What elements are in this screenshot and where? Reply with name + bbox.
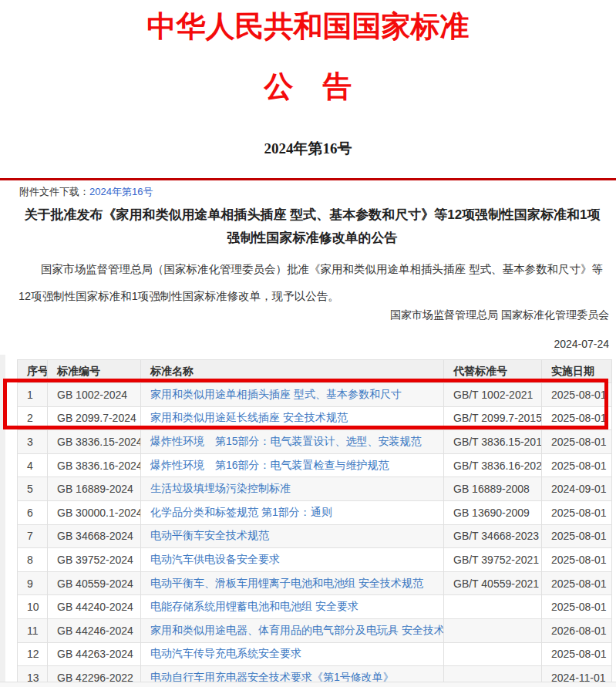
cell-code: GB 16889-2024	[48, 477, 141, 501]
cell-code: GB 1002-2024	[48, 383, 141, 407]
cell-name: 家用和类似用途单相插头插座 型式、基本参数和尺寸	[141, 383, 444, 407]
attachment-row: 附件文件下载：2024年第16号	[19, 185, 153, 198]
cell-date: 2025-08-01	[542, 406, 612, 430]
cell-replaces: GB/T 1002-2021	[444, 383, 542, 407]
standard-name-link[interactable]: 电能存储系统用锂蓄电池和电池组 安全要求	[150, 600, 358, 612]
cell-code: GB 44246-2024	[48, 618, 141, 642]
cell-replaces: GB/T 34668-2023	[444, 524, 542, 548]
standard-name-link[interactable]: 电动平衡车、滑板车用锂离子电池和电池组 安全技术规范	[150, 577, 423, 589]
cell-date: 2025-08-01	[542, 524, 612, 548]
cell-seq: 6	[18, 500, 48, 524]
cell-seq: 5	[18, 477, 48, 501]
cell-date: 2025-08-01	[542, 642, 612, 666]
cell-date: 2025-08-01	[542, 548, 612, 572]
cell-name: 家用和类似用途电器、体育用品的电气部分及电玩具 安全技术规范	[141, 618, 444, 642]
cell-date: 2025-08-01	[542, 453, 612, 477]
attachment-label: 附件文件下载：	[19, 186, 89, 197]
cell-replaces: GB 13690-2009	[444, 500, 542, 524]
cell-code: GB 2099.7-2024	[48, 406, 141, 430]
table-row: 12 GB 44263-2024 电动汽车传导充电系统安全要求 2025-08-…	[18, 642, 612, 666]
table-row: 11 GB 44246-2024 家用和类似用途电器、体育用品的电气部分及电玩具…	[18, 618, 612, 642]
cell-replaces: GB 16889-2008	[444, 477, 542, 501]
page-title: 中华人民共和国国家标准	[0, 6, 616, 46]
signature-line: 国家市场监督管理总局 国家标准化管理委员会	[0, 308, 609, 322]
cell-date: 2026-08-01	[542, 618, 612, 642]
cell-date: 2025-08-01	[542, 571, 612, 595]
cell-code: GB 44263-2024	[48, 642, 141, 666]
cell-seq: 8	[18, 548, 48, 572]
cell-name: 化学品分类和标签规范 第1部分：通则	[141, 500, 444, 524]
standard-name-link[interactable]: 电动平衡车安全技术规范	[150, 529, 269, 541]
cell-name: 电动汽车供电设备安全要求	[141, 548, 444, 572]
table-next-row-partial	[0, 682, 616, 687]
issue-number: 2024年第16号	[0, 139, 616, 159]
table-row: 9 GB 40559-2024 电动平衡车、滑板车用锂离子电池和电池组 安全技术…	[18, 571, 612, 595]
standard-name-link[interactable]: 生活垃圾填埋场污染控制标准	[150, 482, 291, 494]
table-row: 4 GB 3836.16-2024 爆炸性环境 第16部分：电气装置检查与维护规…	[18, 453, 612, 477]
cell-replaces	[444, 618, 542, 642]
cell-seq: 12	[18, 642, 48, 666]
table-row: 3 GB 3836.15-2024 爆炸性环境 第15部分：电气装置设计、选型、…	[18, 430, 612, 454]
cell-name: 电动平衡车、滑板车用锂离子电池和电池组 安全技术规范	[141, 571, 444, 595]
table-row: 5 GB 16889-2024 生活垃圾填埋场污染控制标准 GB 16889-2…	[18, 477, 612, 501]
cell-replaces: GB/T 2099.7-2015	[444, 406, 542, 430]
cell-seq: 9	[18, 571, 48, 595]
cell-code: GB 39752-2024	[48, 548, 141, 572]
cell-code: GB 3836.15-2024	[48, 430, 141, 454]
table-row: 1 GB 1002-2024 家用和类似用途单相插头插座 型式、基本参数和尺寸 …	[18, 383, 612, 407]
attachment-download-link[interactable]: 2024年第16号	[89, 186, 153, 197]
table-row: 10 GB 44240-2024 电能存储系统用锂蓄电池和电池组 安全要求 20…	[18, 595, 612, 619]
notice-paragraph: 国家市场监督管理总局（国家标准化管理委员会）批准《家用和类似用途单相插头插座 型…	[19, 256, 608, 310]
standards-table: 序号 标准编号 标准名称 代替标准号 实施日期 1 GB 1002-2024 家…	[17, 359, 612, 687]
column-header-replaces: 代替标准号	[444, 360, 542, 383]
table-header-row: 序号 标准编号 标准名称 代替标准号 实施日期	[18, 360, 612, 383]
cell-seq: 2	[18, 406, 48, 430]
column-header-code: 标准编号	[48, 360, 141, 383]
cell-replaces: GB/T 39752-2021	[444, 548, 542, 572]
notice-heading: 关于批准发布《家用和类似用途单相插头插座 型式、基本参数和尺寸》等12项强制性国…	[19, 204, 606, 250]
standard-name-link[interactable]: 爆炸性环境 第15部分：电气装置设计、选型、安装规范	[150, 435, 422, 447]
cell-code: GB 40559-2024	[48, 571, 141, 595]
cell-date: 2025-08-01	[542, 500, 612, 524]
cell-code: GB 44240-2024	[48, 595, 141, 619]
cell-date: 2025-08-01	[542, 595, 612, 619]
cell-name: 爆炸性环境 第15部分：电气装置设计、选型、安装规范	[141, 430, 444, 454]
table-row: 6 GB 30000.1-2024 化学品分类和标签规范 第1部分：通则 GB …	[18, 500, 612, 524]
page-subtitle: 公 告	[0, 66, 616, 106]
standard-name-link[interactable]: 家用和类似用途单相插头插座 型式、基本参数和尺寸	[150, 388, 402, 400]
column-header-date: 实施日期	[542, 360, 612, 383]
standard-name-link[interactable]: 化学品分类和标签规范 第1部分：通则	[150, 506, 332, 518]
cell-seq: 10	[18, 595, 48, 619]
cell-replaces: GB/T 40559-2021	[444, 571, 542, 595]
cell-seq: 7	[18, 524, 48, 548]
cell-seq: 1	[18, 383, 48, 407]
cell-name: 电能存储系统用锂蓄电池和电池组 安全要求	[141, 595, 444, 619]
date-line: 2024-07-24	[0, 338, 609, 350]
standard-name-link[interactable]: 家用和类似用途电器、体育用品的电气部分及电玩具 安全技术规范	[150, 624, 444, 636]
standards-table-body: 1 GB 1002-2024 家用和类似用途单相插头插座 型式、基本参数和尺寸 …	[18, 383, 612, 687]
cell-name: 家用和类似用途延长线插座 安全技术规范	[141, 406, 444, 430]
table-row: 8 GB 39752-2024 电动汽车供电设备安全要求 GB/T 39752-…	[18, 548, 612, 572]
cell-code: GB 34668-2024	[48, 524, 141, 548]
cell-date: 2025-08-01	[542, 383, 612, 407]
cell-seq: 11	[18, 618, 48, 642]
standard-name-link[interactable]: 爆炸性环境 第16部分：电气装置检查与维护规范	[150, 459, 389, 471]
cell-seq: 3	[18, 430, 48, 454]
cell-replaces: GB/T 3836.15-2017	[444, 430, 542, 454]
cell-name: 爆炸性环境 第16部分：电气装置检查与维护规范	[141, 453, 444, 477]
cell-date: 2025-08-01	[542, 430, 612, 454]
standard-name-link[interactable]: 家用和类似用途延长线插座 安全技术规范	[150, 411, 348, 423]
standard-name-link[interactable]: 电动汽车传导充电系统安全要求	[150, 647, 301, 659]
left-gutter	[0, 355, 5, 687]
table-row: 7 GB 34668-2024 电动平衡车安全技术规范 GB/T 34668-2…	[18, 524, 612, 548]
cell-name: 电动汽车传导充电系统安全要求	[141, 642, 444, 666]
cell-date: 2024-09-01	[542, 477, 612, 501]
standard-name-link[interactable]: 电动汽车供电设备安全要求	[150, 553, 280, 565]
column-header-name: 标准名称	[141, 360, 444, 383]
cell-name: 生活垃圾填埋场污染控制标准	[141, 477, 444, 501]
announcement-page: 中华人民共和国国家标准 公 告 2024年第16号 附件文件下载：2024年第1…	[0, 0, 616, 687]
cell-code: GB 30000.1-2024	[48, 500, 141, 524]
table-row: 2 GB 2099.7-2024 家用和类似用途延长线插座 安全技术规范 GB/…	[18, 406, 612, 430]
cell-replaces	[444, 595, 542, 619]
cell-seq: 4	[18, 453, 48, 477]
